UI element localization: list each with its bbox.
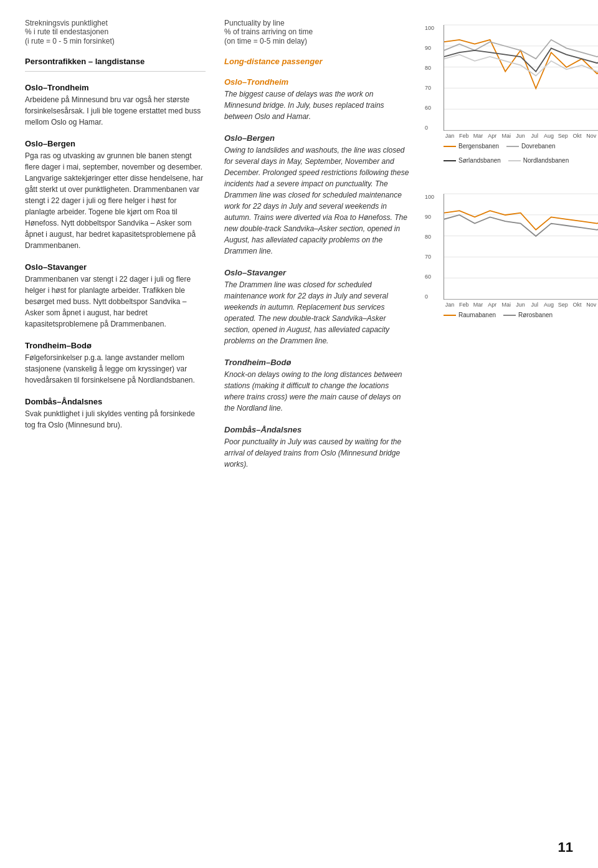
- chart1-x-mai: Mai: [500, 133, 513, 139]
- oslo-stavanger-no-title: Oslo–Stavanger: [25, 262, 206, 272]
- oslo-stavanger-en-title: Oslo–Stavanger: [224, 268, 411, 277]
- oslo-bergen-no-body: Pga ras og utvasking av grunnen ble bane…: [25, 150, 206, 251]
- oslo-bergen-no-title: Oslo–Bergen: [25, 139, 206, 148]
- chart1-container: 100 90 80 70 60 0 Jan Feb Mar Apr Mai Ju…: [424, 25, 592, 164]
- chart1-x-labels: Jan Feb Mar Apr Mai Jun Jul Aug Sep Okt …: [444, 133, 598, 139]
- page-number: 11: [558, 839, 573, 856]
- chart1-x-aug: Aug: [543, 133, 555, 139]
- main-title-no: Strekningsvis punktlighet % i rute til e…: [25, 19, 206, 45]
- oslo-stavanger-no-body: Drammenbanen var stengt i 22 dager i jul…: [25, 274, 206, 330]
- chart1-legend-label-nordlandsbanen: Nordlandsbanen: [523, 157, 569, 164]
- oslo-stavanger-en-body: The Drammen line was closed for schedule…: [224, 279, 411, 346]
- chart1-legend-sorlandsbanen: Sørlandsbanen: [444, 157, 501, 164]
- chart1-legend-label-dovrebanen: Dovrebanen: [521, 143, 555, 150]
- chart1-legend-line-bergensbanen: [444, 146, 456, 147]
- chart2-y-70: 70: [425, 254, 434, 260]
- chart1-y-60: 60: [425, 105, 434, 111]
- chart2-y-80: 80: [425, 234, 434, 240]
- chart2-legend-line-rorosbanen: [503, 315, 516, 316]
- dombas-andalsnes-en-title: Dombås–Åndalsnes: [224, 425, 411, 434]
- chart2-legend-line-raumabanen: [444, 315, 456, 316]
- right-column: 100 90 80 70 60 0 Jan Feb Mar Apr Mai Ju…: [417, 19, 592, 831]
- langdistanse-title: Persontrafikken – langdistanse: [25, 57, 206, 66]
- chart1-x-feb: Feb: [458, 133, 470, 139]
- trondheim-bodo-en-title: Trondheim–Bodø: [224, 358, 411, 367]
- chart1-legend-line-sorlandsbanen: [444, 160, 456, 161]
- chart2-legend-label-raumabanen: Raumabanen: [458, 312, 496, 318]
- chart1-x-sep: Sep: [557, 133, 569, 139]
- chart1-legend-nordlandsbanen: Nordlandsbanen: [508, 157, 569, 164]
- dombas-andalsnes-no-title: Dombås–Åndalsnes: [25, 397, 206, 406]
- oslo-bergen-en-title: Oslo–Bergen: [224, 133, 411, 143]
- chart1-y-80: 80: [425, 65, 434, 71]
- chart1-legend: Bergensbanen Dovrebanen Sørlandsbanen No…: [444, 143, 592, 164]
- chart1-y-100: 100: [425, 25, 434, 31]
- chart2-x-labels: Jan Feb Mar Apr Mai Jun Jul Aug Sep Okt …: [444, 302, 598, 308]
- oslo-trondheim-no-title: Oslo–Trondheim: [25, 83, 206, 92]
- chart1-legend-label-sorlandsbanen: Sørlandsbanen: [458, 157, 501, 164]
- chart2-y-100: 100: [425, 194, 434, 200]
- chart2-container: 100 90 80 70 60 0 Jan Feb Mar Apr Mai Ju…: [424, 194, 592, 318]
- chart1-x-okt: Okt: [571, 133, 583, 139]
- chart1-y-70: 70: [425, 85, 434, 91]
- oslo-trondheim-en-title: Oslo–Trondheim: [224, 77, 411, 87]
- trondheim-bodo-en-body: Knock-on delays owing to the long distan…: [224, 369, 411, 414]
- oslo-trondheim-en-body: The biggest cause of delays was the work…: [224, 88, 411, 122]
- chart2-y-0: 0: [425, 293, 434, 300]
- chart1-x-mar: Mar: [472, 133, 484, 139]
- chart1-x-jun: Jun: [515, 133, 527, 139]
- oslo-bergen-en-body: Owing to landslides and washouts, the li…: [224, 145, 411, 257]
- chart1-x-apr: Apr: [486, 133, 498, 139]
- chart1-legend-label-bergensbanen: Bergensbanen: [458, 143, 499, 150]
- chart1-area: [444, 25, 598, 131]
- chart1-y-0: 0: [425, 125, 434, 131]
- dombas-andalsnes-no-body: Svak punktlighet i juli skyldes venting …: [25, 408, 206, 431]
- chart2-legend-label-rorosbanen: Rørosbanen: [518, 312, 553, 318]
- chart2-y-90: 90: [425, 214, 434, 220]
- chart1-x-nov: Nov: [585, 133, 597, 139]
- chart2-legend-rorosbanen: Rørosbanen: [503, 312, 553, 318]
- chart2-y-60: 60: [425, 274, 434, 280]
- chart2-area: [444, 194, 598, 300]
- left-column: Strekningsvis punktlighet % i rute til e…: [25, 19, 218, 831]
- chart1-legend-line-dovrebanen: [506, 146, 519, 147]
- trondheim-bodo-no-title: Trondheim–Bodø: [25, 341, 206, 350]
- trondheim-bodo-no-body: Følgeforsinkelser p.g.a. lange avstander…: [25, 352, 206, 386]
- middle-column: Punctuality by line % of trains arriving…: [218, 19, 417, 831]
- main-title-en: Punctuality by line % of trains arriving…: [224, 19, 411, 45]
- dombas-andalsnes-en-body: Poor punctuality in July was caused by w…: [224, 436, 411, 470]
- page: Strekningsvis punktlighet % i rute til e…: [0, 0, 598, 868]
- chart2-legend-raumabanen: Raumabanen: [444, 312, 496, 318]
- divider1: [25, 71, 206, 72]
- chart1-x-jul: Jul: [528, 133, 541, 139]
- chart1-legend-bergensbanen: Bergensbanen: [444, 143, 499, 150]
- oslo-trondheim-no-body: Arbeidene på Minnesund bru var også her …: [25, 94, 206, 128]
- long-distance-passenger-title: Long-distance passenger: [224, 57, 411, 66]
- chart1-y-90: 90: [425, 45, 434, 51]
- chart1-x-jan: Jan: [444, 133, 456, 139]
- chart2-legend: Raumabanen Rørosbanen: [444, 312, 592, 318]
- chart1-legend-dovrebanen: Dovrebanen: [506, 143, 555, 150]
- chart1-legend-line-nordlandsbanen: [508, 160, 521, 161]
